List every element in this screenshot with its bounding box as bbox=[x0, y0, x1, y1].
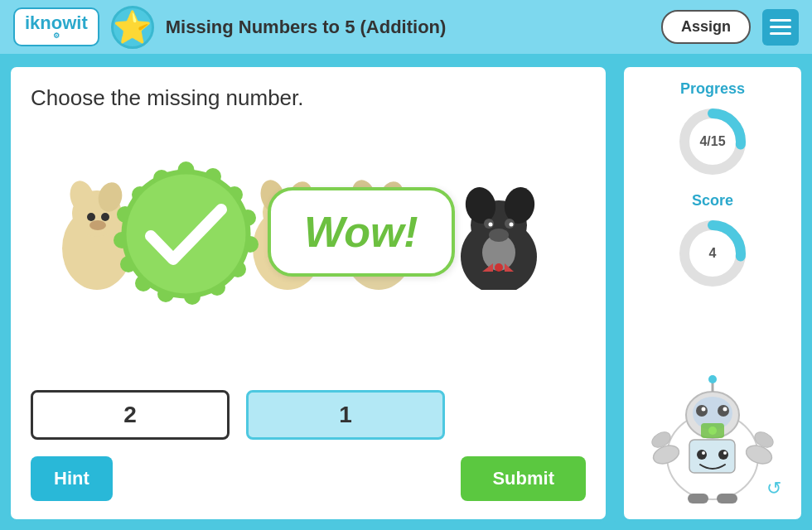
svg-point-75 bbox=[708, 375, 717, 383]
dog-area: Wow! bbox=[31, 124, 586, 306]
svg-point-83 bbox=[708, 426, 717, 435]
logo: iknowit ⚙ bbox=[13, 7, 99, 46]
progress-title: Progress bbox=[680, 80, 745, 98]
answer-row: 2 1 bbox=[31, 390, 586, 440]
robot-area: ↺ bbox=[637, 304, 788, 506]
hamburger-line bbox=[770, 26, 791, 28]
header: iknowit ⚙ ⭐ Missing Numbers to 5 (Additi… bbox=[0, 0, 812, 56]
svg-point-72 bbox=[702, 407, 706, 412]
progress-donut: 4/15 bbox=[675, 104, 750, 179]
svg-point-6 bbox=[89, 220, 106, 230]
wow-overlay: Wow! bbox=[114, 157, 586, 306]
score-donut: 4 bbox=[675, 216, 750, 291]
star-icon: ⭐ bbox=[111, 6, 154, 49]
submit-button[interactable]: Submit bbox=[461, 456, 586, 501]
wow-bubble: Wow! bbox=[268, 187, 455, 277]
svg-point-5 bbox=[101, 213, 109, 221]
svg-point-70 bbox=[696, 405, 708, 417]
menu-button[interactable] bbox=[762, 9, 799, 46]
lesson-title: Missing Numbers to 5 (Addition) bbox=[166, 17, 650, 38]
panel-divider bbox=[613, 65, 616, 522]
svg-point-64 bbox=[697, 450, 707, 460]
logo-bulb: ⚙ bbox=[25, 32, 88, 40]
robot-illustration bbox=[646, 365, 779, 506]
svg-rect-80 bbox=[688, 494, 708, 504]
answer-option-1[interactable]: 2 bbox=[31, 390, 230, 440]
score-title: Score bbox=[692, 192, 733, 210]
hint-button[interactable]: Hint bbox=[31, 456, 113, 501]
svg-point-65 bbox=[718, 450, 728, 460]
main-layout: Choose the missing number. bbox=[0, 56, 812, 530]
refresh-icon[interactable]: ↺ bbox=[766, 478, 781, 499]
svg-point-57 bbox=[127, 175, 246, 294]
score-section: Score 4 bbox=[675, 192, 750, 291]
hamburger-line bbox=[770, 32, 791, 35]
bottom-row: Hint Submit bbox=[31, 456, 586, 501]
badge-svg bbox=[114, 161, 259, 306]
assign-button[interactable]: Assign bbox=[661, 10, 751, 44]
progress-section: Progress 4/15 bbox=[675, 80, 750, 179]
progress-value: 4/15 bbox=[699, 134, 725, 149]
svg-point-67 bbox=[723, 451, 727, 455]
question-text: Choose the missing number. bbox=[31, 85, 586, 111]
svg-rect-81 bbox=[717, 494, 737, 504]
left-panel: Choose the missing number. bbox=[8, 65, 608, 522]
hamburger-line bbox=[770, 19, 791, 22]
svg-point-73 bbox=[723, 407, 727, 412]
checkmark-badge bbox=[114, 161, 254, 302]
svg-point-71 bbox=[718, 405, 729, 417]
svg-point-4 bbox=[87, 213, 95, 221]
answer-option-2[interactable]: 1 bbox=[246, 390, 445, 440]
score-value: 4 bbox=[709, 246, 717, 261]
right-panel: Progress 4/15 Score 4 bbox=[621, 65, 804, 522]
svg-point-66 bbox=[702, 451, 705, 455]
